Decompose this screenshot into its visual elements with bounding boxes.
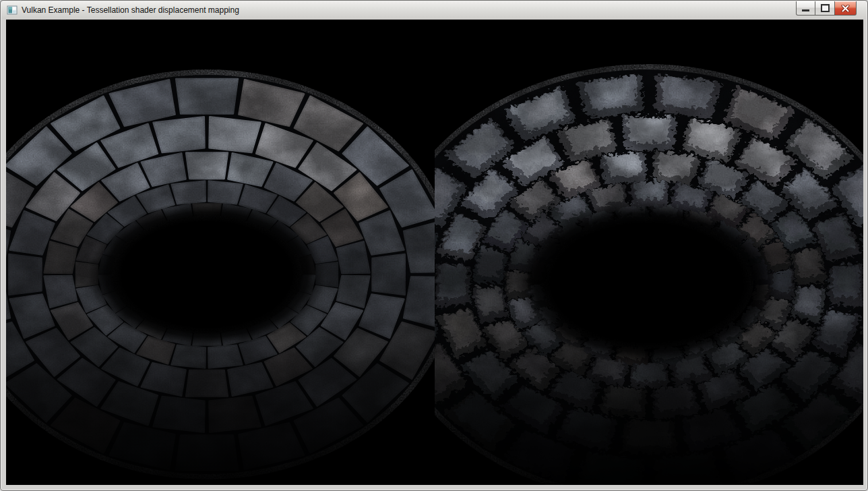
- titlebar[interactable]: Vulkan Example - Tessellation shader dis…: [1, 1, 867, 19]
- close-button[interactable]: [834, 1, 857, 16]
- render-area: [6, 20, 863, 485]
- app-window: Vulkan Example - Tessellation shader dis…: [0, 0, 868, 491]
- maximize-button[interactable]: [815, 1, 834, 16]
- viewport-displacement: [435, 20, 863, 485]
- torus-flat: [6, 20, 435, 485]
- window-title: Vulkan Example - Tessellation shader dis…: [22, 5, 239, 16]
- window-controls: [796, 1, 857, 16]
- app-icon[interactable]: [7, 5, 18, 16]
- minimize-icon: [802, 9, 809, 11]
- viewport-no-displacement: [6, 20, 435, 485]
- torus-displaced: [435, 20, 863, 485]
- close-icon: [841, 5, 850, 12]
- maximize-icon: [821, 4, 830, 12]
- minimize-button[interactable]: [796, 1, 815, 16]
